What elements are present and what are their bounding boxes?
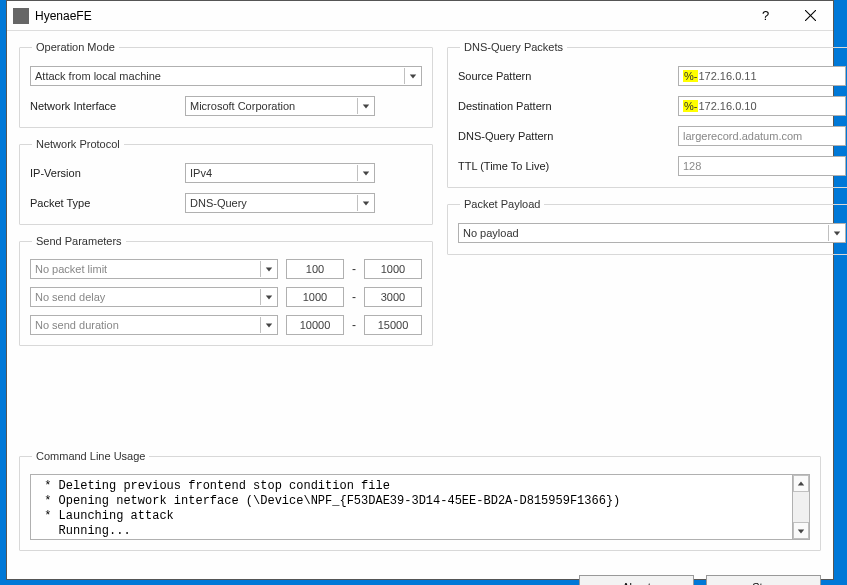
chevron-down-icon xyxy=(260,289,276,305)
stop-button[interactable]: Stop xyxy=(706,575,821,585)
range-dash: - xyxy=(352,318,356,332)
chevron-down-icon xyxy=(260,261,276,277)
packet-payload-group: Packet Payload No payload xyxy=(447,198,847,255)
group-legend: Packet Payload xyxy=(460,198,544,210)
ip-version-combo[interactable]: IPv4 xyxy=(185,163,375,183)
chevron-down-icon xyxy=(357,195,373,211)
duration-max-input[interactable] xyxy=(364,315,422,335)
delay-min-input[interactable] xyxy=(286,287,344,307)
svg-marker-11 xyxy=(798,529,804,533)
scroll-track[interactable] xyxy=(793,492,809,522)
operation-mode-combo[interactable]: Attack from local machine xyxy=(30,66,422,86)
app-window: HyenaeFE ? Operation Mode Attack from lo… xyxy=(6,0,834,580)
dns-query-pattern-label: DNS-Query Pattern xyxy=(458,130,678,142)
dns-query-pattern-input[interactable]: largerecord.adatum.com xyxy=(678,126,846,146)
scroll-up-button[interactable] xyxy=(793,475,809,492)
delay-max-input[interactable] xyxy=(364,287,422,307)
command-line-usage-group: Command Line Usage * Deleting previous f… xyxy=(19,450,821,551)
chevron-down-icon xyxy=(357,98,373,114)
scroll-down-button[interactable] xyxy=(793,522,809,539)
chevron-down-icon xyxy=(828,225,844,241)
group-legend: Send Parameters xyxy=(32,235,126,247)
svg-marker-8 xyxy=(265,323,271,327)
send-duration-combo[interactable]: No send duration xyxy=(30,315,278,335)
console-scrollbar[interactable] xyxy=(793,474,810,540)
titlebar[interactable]: HyenaeFE ? xyxy=(7,1,833,31)
chevron-down-icon xyxy=(357,165,373,181)
packet-limit-combo[interactable]: No packet limit xyxy=(30,259,278,279)
svg-marker-10 xyxy=(798,481,804,485)
duration-min-input[interactable] xyxy=(286,315,344,335)
network-interface-combo[interactable]: Microsoft Corporation xyxy=(185,96,375,116)
svg-marker-5 xyxy=(362,201,368,205)
group-legend: Command Line Usage xyxy=(32,450,149,462)
send-parameters-group: Send Parameters No packet limit - No sen… xyxy=(19,235,433,346)
dns-query-packets-group: DNS-Query Packets Source Pattern %-172.1… xyxy=(447,41,847,188)
destination-pattern-label: Destination Pattern xyxy=(458,100,678,112)
payload-combo[interactable]: No payload xyxy=(458,223,846,243)
operation-mode-group: Operation Mode Attack from local machine… xyxy=(19,41,433,128)
close-button[interactable] xyxy=(788,1,833,30)
packet-type-label: Packet Type xyxy=(30,197,185,209)
group-legend: Network Protocol xyxy=(32,138,124,150)
svg-marker-9 xyxy=(833,231,839,235)
svg-marker-3 xyxy=(362,104,368,108)
ttl-input[interactable]: 128 xyxy=(678,156,846,176)
limit-max-input[interactable] xyxy=(364,259,422,279)
footer-buttons: About Stop xyxy=(19,575,821,585)
svg-marker-6 xyxy=(265,267,271,271)
send-delay-combo[interactable]: No send delay xyxy=(30,287,278,307)
svg-marker-2 xyxy=(409,74,415,78)
chevron-down-icon xyxy=(404,68,420,84)
packet-type-combo[interactable]: DNS-Query xyxy=(185,193,375,213)
console-output[interactable]: * Deleting previous frontend stop condit… xyxy=(30,474,793,540)
source-pattern-label: Source Pattern xyxy=(458,70,678,82)
app-icon xyxy=(13,8,29,24)
ip-version-label: IP-Version xyxy=(30,167,185,179)
source-pattern-input[interactable]: %-172.16.0.11 xyxy=(678,66,846,86)
network-interface-label: Network Interface xyxy=(30,100,185,112)
svg-marker-4 xyxy=(362,171,368,175)
range-dash: - xyxy=(352,290,356,304)
svg-marker-7 xyxy=(265,295,271,299)
chevron-down-icon xyxy=(260,317,276,333)
help-button[interactable]: ? xyxy=(743,1,788,30)
network-protocol-group: Network Protocol IP-Version IPv4 Packet … xyxy=(19,138,433,225)
about-button[interactable]: About xyxy=(579,575,694,585)
destination-pattern-input[interactable]: %-172.16.0.10 xyxy=(678,96,846,116)
limit-min-input[interactable] xyxy=(286,259,344,279)
range-dash: - xyxy=(352,262,356,276)
group-legend: DNS-Query Packets xyxy=(460,41,567,53)
group-legend: Operation Mode xyxy=(32,41,119,53)
ttl-label: TTL (Time To Live) xyxy=(458,160,678,172)
close-icon xyxy=(805,10,816,21)
window-title: HyenaeFE xyxy=(35,9,92,23)
